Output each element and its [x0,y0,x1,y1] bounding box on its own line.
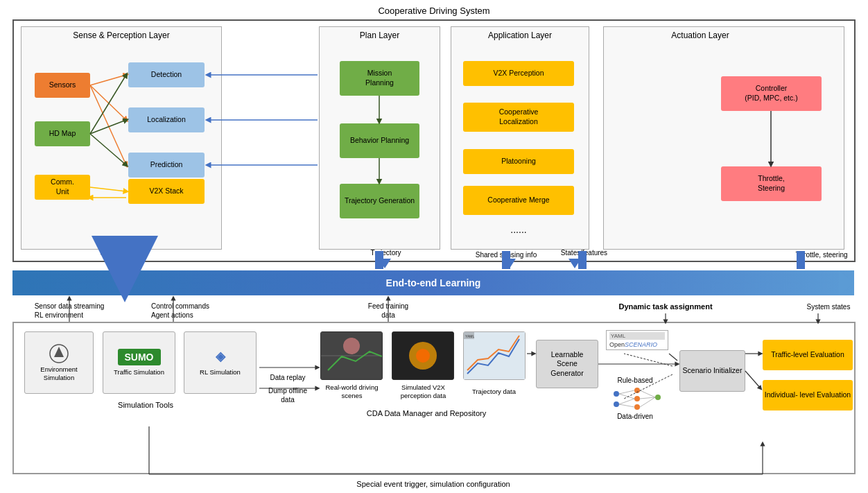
v2x-stack-box: V2X Stack [128,179,205,204]
trajectory-arrow [379,259,391,268]
mission-planning-box: MissionPlanning [340,61,419,96]
svg-line-23 [640,397,655,407]
svg-line-18 [619,394,634,399]
svg-rect-8 [464,332,525,379]
scenario-init-box: Scenario Initializer [679,350,745,392]
trajectory-img: YAML [463,331,526,380]
sumo-box: SUMO Traffic Simulation [103,331,175,394]
states-arrow [568,259,581,268]
svg-point-14 [634,396,640,401]
svg-point-11 [614,391,619,397]
feed-training-label: Feed trainingdata [354,300,423,322]
plan-layer-title: Plan Layer [333,31,426,40]
scene-gen-box: LearnableSceneGenerator [536,340,598,388]
actuation-layer-title: Actuation Layer [652,31,749,40]
svg-point-7 [416,349,430,363]
svg-point-12 [614,401,619,407]
trajectory-gen-box: Trajectory Generation [340,184,419,218]
traffic-eval-box: Traffic-level Evaluation [763,340,853,370]
svg-point-15 [634,404,640,410]
detection-box: Detection [128,62,205,87]
throttle-label: Throttle, steering [790,244,853,265]
trajectory-data-label: Trajectory data [458,381,530,402]
svg-point-13 [634,388,640,393]
dynamic-task-label: Dynamic task assignment [603,300,728,313]
sense-layer-title: Sense & Perception Layer [38,31,205,40]
comm-box: Comm.Unit [35,175,90,200]
app-layer-title: Application Layer [461,31,579,40]
controller-box: Controller(PID, MPC, etc.) [721,76,822,111]
cda-data-label: CDA Data Manager and Repository [315,408,537,419]
real-world-img [320,331,383,380]
svg-point-4 [343,338,360,354]
diagram: Cooperative Driving System Sense & Perce… [0,0,868,493]
coop-loc-box: CooperativeLocalization [463,103,574,132]
hdmap-box: HD Map [35,121,90,146]
system-states-label: System states [797,300,860,313]
data-replay-label: Data replay [263,372,312,383]
carla-box: EnvironmentSimulation [24,331,94,394]
rule-based-label: Rule-based [607,374,663,386]
shared-sensing-label: Shared sensing info [471,244,541,265]
v2x-perception-label: Simulated V2X perception data [387,381,460,402]
sensor-input-label: Sensor input [90,247,149,258]
e2e-label: End-to-end Learning [386,277,481,288]
rl-sim-box: ◈ RL Simulation [184,331,257,394]
prediction-box: Prediction [128,153,205,178]
sensor-data-label: Sensor data streamingRL environment [21,300,118,322]
main-title: Cooperative Driving System [0,4,868,18]
openscenario-doc: YAML OpenSCENARIO [606,330,668,368]
trajectory-label: Trajectory [363,247,408,258]
control-commands-label: Control commandsAgent actions [135,300,225,322]
special-event-label: Special event trigger, simulation config… [208,478,659,490]
states-label: States/features [555,247,614,258]
dots: ...... [463,222,574,237]
v2x-perception-box: V2X Perception [463,61,574,86]
svg-point-16 [655,395,661,400]
real-world-label: Real-world driving scenes [315,381,388,402]
svg-text:YAML: YAML [465,334,474,338]
actuation-layer-box [603,26,844,250]
platooning-box: Platooning [463,149,574,174]
sim-tools-label: Simulation Tools [35,398,257,412]
scenario-manager-label [666,419,804,430]
app-layer-box [451,26,589,250]
svg-line-17 [619,390,634,394]
throttle-steering-box: Throttle,Steering [721,166,822,201]
sensors-box: Sensors [35,73,90,98]
localization-box: Localization [128,107,205,132]
sensor-input-arrow [120,259,132,268]
coop-merge-box: Cooperative Merge [463,186,574,215]
svg-line-21 [640,390,655,397]
dump-offline-label: Dump offlinedata [263,385,312,406]
v2x-img [392,331,454,380]
svg-marker-1 [54,347,64,357]
behavior-planning-box: Behavior Planning [340,123,419,158]
e2e-bar: End-to-end Learning [12,270,854,295]
svg-line-20 [619,404,634,407]
data-driven-label: Data-driven [607,410,663,422]
individual-eval-box: Individual- level Evaluation [763,380,853,410]
svg-line-19 [619,399,634,404]
